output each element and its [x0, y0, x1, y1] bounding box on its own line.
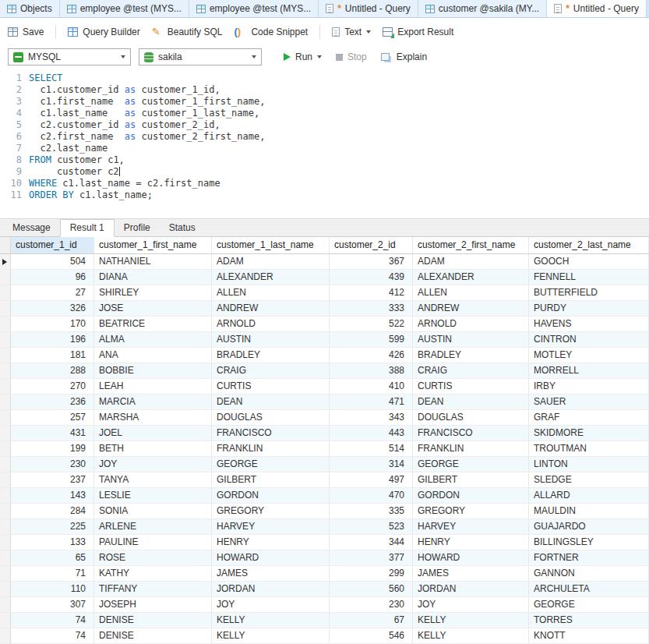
grid-cell[interactable]: JAMES	[413, 566, 529, 581]
sql-editor[interactable]: 1234567891011 SELECT c1.customer_id as c…	[0, 69, 649, 218]
grid-cell[interactable]: 96	[11, 270, 94, 285]
grid-cell[interactable]: 110	[11, 582, 94, 596]
grid-cell[interactable]: MOTLEY	[529, 348, 649, 363]
grid-cell[interactable]: ANDREW	[212, 301, 330, 316]
code-line[interactable]: c1.last_name as customer_1_last_name,	[29, 108, 649, 119]
grid-cell[interactable]: CURTIS	[212, 379, 330, 394]
grid-cell[interactable]: 65	[11, 550, 94, 565]
grid-cell[interactable]: 74	[11, 613, 94, 628]
grid-cell[interactable]: 170	[11, 317, 94, 331]
window-tab-4[interactable]: *Untitled - Query	[319, 0, 418, 17]
toolbar-button-save[interactable]: Save	[8, 27, 44, 37]
grid-cell[interactable]: ADAM	[413, 254, 529, 269]
grid-cell[interactable]: 314	[330, 457, 413, 472]
grid-cell[interactable]: LEAH	[94, 379, 212, 394]
row-gutter[interactable]	[0, 363, 11, 378]
grid-cell[interactable]: ALLEN	[413, 285, 529, 300]
code-line[interactable]: c2.customer_id as customer_2_id,	[29, 119, 649, 131]
grid-cell[interactable]: NATHANIEL	[94, 254, 212, 269]
grid-cell[interactable]: FRANKLIN	[413, 441, 529, 456]
table-row[interactable]: 65ROSEHOWARD377HOWARDFORTNER	[0, 550, 649, 566]
row-gutter[interactable]	[0, 332, 11, 347]
grid-cell[interactable]: GREGORY	[212, 504, 330, 518]
grid-cell[interactable]: 284	[11, 504, 94, 518]
table-row[interactable]: 27SHIRLEYALLEN412ALLENBUTTERFIELD	[0, 285, 649, 301]
grid-cell[interactable]: BUTTERFIELD	[529, 285, 649, 300]
grid-cell[interactable]: 514	[330, 441, 413, 456]
row-gutter[interactable]	[0, 582, 11, 596]
grid-cell[interactable]: BOBBIE	[94, 363, 212, 378]
table-row[interactable]: 71KATHYJAMES299JAMESGANNON	[0, 566, 649, 582]
grid-cell[interactable]: PURDY	[529, 301, 649, 316]
grid-cell[interactable]: TIFFANY	[94, 582, 212, 596]
grid-cell[interactable]: DENISE	[94, 628, 212, 643]
grid-cell[interactable]: HARVEY	[212, 519, 330, 534]
grid-cell[interactable]: 412	[330, 285, 413, 300]
grid-cell[interactable]: 443	[330, 426, 413, 441]
row-gutter[interactable]	[0, 285, 11, 300]
grid-cell[interactable]: MARCIA	[94, 395, 212, 409]
grid-cell[interactable]: 471	[330, 395, 413, 409]
column-header-customer_1_first_name[interactable]: customer_1_first_name	[94, 237, 212, 253]
grid-cell[interactable]: DENISE	[94, 613, 212, 628]
grid-cell[interactable]: 560	[330, 582, 413, 596]
table-row[interactable]: 284SONIAGREGORY335GREGORYMAULDIN	[0, 504, 649, 519]
grid-cell[interactable]: HAVENS	[529, 317, 649, 331]
grid-cell[interactable]: HOWARD	[413, 550, 529, 565]
table-row[interactable]: 504NATHANIELADAM367ADAMGOOCH	[0, 254, 649, 270]
code-line[interactable]: c1.first_name as customer_1_first_name,	[29, 96, 649, 108]
grid-cell[interactable]: ALMA	[94, 332, 212, 347]
grid-cell[interactable]: DOUGLAS	[413, 410, 529, 425]
column-header-customer_2_last_name[interactable]: customer_2_last_name	[529, 237, 649, 253]
table-row[interactable]: 96DIANAALEXANDER439ALEXANDERFENNELL	[0, 270, 649, 285]
grid-cell[interactable]: ALEXANDER	[413, 270, 529, 285]
grid-cell[interactable]: 196	[11, 332, 94, 347]
grid-cell[interactable]: SKIDMORE	[529, 426, 649, 441]
column-header-customer_1_last_name[interactable]: customer_1_last_name	[212, 237, 330, 253]
row-gutter[interactable]	[0, 317, 11, 331]
row-gutter[interactable]	[0, 613, 11, 628]
grid-cell[interactable]: ARLENE	[94, 519, 212, 534]
column-header-customer_2_id[interactable]: customer_2_id	[330, 237, 413, 253]
result-tab-profile[interactable]: Profile	[115, 220, 160, 236]
grid-cell[interactable]: HENRY	[212, 535, 330, 550]
grid-cell[interactable]: GEORGE	[212, 457, 330, 472]
grid-cell[interactable]: GOOCH	[529, 254, 649, 269]
grid-cell[interactable]: 288	[11, 363, 94, 378]
code-line[interactable]: SELECT	[29, 73, 649, 84]
grid-cell[interactable]: 343	[330, 410, 413, 425]
grid-cell[interactable]: TANYA	[94, 472, 212, 487]
table-row[interactable]: 170BEATRICEARNOLD522ARNOLDHAVENS	[0, 317, 649, 332]
grid-cell[interactable]: JOEL	[94, 426, 212, 441]
grid-cell[interactable]: 388	[330, 363, 413, 378]
grid-cell[interactable]: JAMES	[212, 566, 330, 581]
window-tab-2[interactable]: employee @test (MYS...	[60, 0, 189, 17]
grid-cell[interactable]: GILBERT	[212, 472, 330, 487]
grid-cell[interactable]: HARVEY	[413, 519, 529, 534]
grid-cell[interactable]: KELLY	[212, 613, 330, 628]
result-tab-status[interactable]: Status	[160, 220, 205, 236]
table-row[interactable]: 196ALMAAUSTIN599AUSTINCINTRON	[0, 332, 649, 348]
grid-cell[interactable]: 27	[11, 285, 94, 300]
grid-cell[interactable]: DEAN	[413, 395, 529, 409]
grid-cell[interactable]: JORDAN	[212, 582, 330, 596]
code-line[interactable]: WHERE c1.last_name = c2.first_name	[29, 178, 649, 189]
code-line[interactable]: c2.first_name as customer_2_first_name,	[29, 131, 649, 143]
grid-cell[interactable]: FRANCISCO	[212, 426, 330, 441]
table-row[interactable]: 143LESLIEGORDON470GORDONALLARD	[0, 488, 649, 504]
grid-cell[interactable]: 67	[330, 613, 413, 628]
table-row[interactable]: 225ARLENEHARVEY523HARVEYGUAJARDO	[0, 519, 649, 535]
row-gutter[interactable]	[0, 457, 11, 472]
connection-select[interactable]: MYSQL	[8, 48, 131, 65]
table-row[interactable]: 74DENISEKELLY67KELLYTORRES	[0, 613, 649, 628]
database-select[interactable]: sakila	[139, 48, 262, 65]
editor-code[interactable]: SELECT c1.customer_id as customer_1_id, …	[29, 73, 649, 218]
code-line[interactable]: FROM customer c1,	[29, 154, 649, 166]
grid-cell[interactable]: 74	[11, 628, 94, 643]
grid-cell[interactable]: TROUTMAN	[529, 441, 649, 456]
column-header-customer_2_first_name[interactable]: customer_2_first_name	[413, 237, 529, 253]
row-gutter[interactable]	[0, 441, 11, 456]
grid-cell[interactable]: BEATRICE	[94, 317, 212, 331]
grid-cell[interactable]: BILLINGSLEY	[529, 535, 649, 550]
grid-cell[interactable]: PAULINE	[94, 535, 212, 550]
